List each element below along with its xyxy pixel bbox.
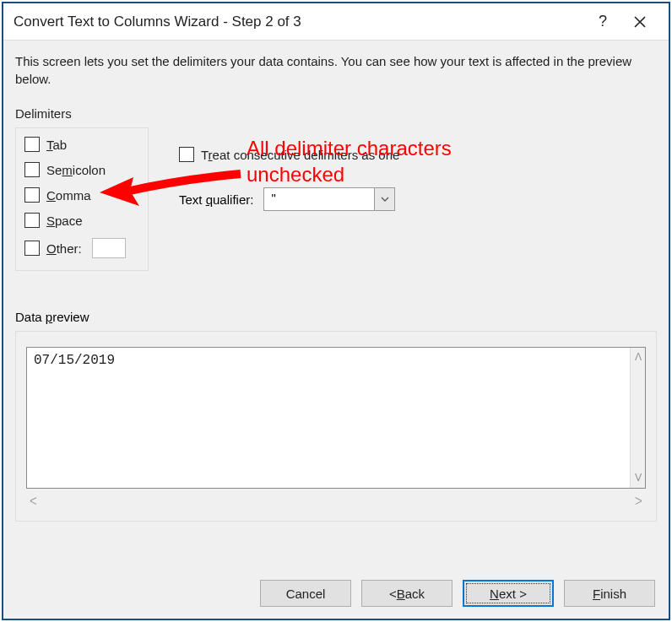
other-label: Other: bbox=[46, 241, 82, 256]
delimiters-group-label: Delimiters bbox=[15, 106, 657, 121]
preview-container: 07/15/2019 ᐱ ᐯ ᐸ ᐳ bbox=[15, 331, 657, 522]
text-qualifier-label: Text qualifier: bbox=[179, 192, 253, 207]
other-checkbox-row[interactable]: Other: bbox=[24, 238, 139, 258]
delimiters-box: Tab Semicolon Comma Space Other: bbox=[15, 127, 149, 271]
other-input[interactable] bbox=[92, 238, 126, 258]
finish-button[interactable]: Finish bbox=[564, 580, 655, 607]
help-button[interactable]: ? bbox=[584, 3, 621, 41]
scroll-right-icon: ᐳ bbox=[635, 495, 642, 507]
semicolon-checkbox[interactable] bbox=[24, 162, 40, 177]
text-qualifier-dropdown[interactable]: " bbox=[263, 187, 395, 211]
comma-label: Comma bbox=[46, 188, 91, 203]
right-options: Treat consecutive delimiters as one Text… bbox=[179, 147, 399, 211]
content-area: This screen lets you set the delimiters … bbox=[3, 41, 669, 530]
text-qualifier-value: " bbox=[264, 188, 374, 210]
tab-checkbox[interactable] bbox=[24, 137, 40, 152]
delimiters-group: Delimiters Tab Semicolon Comma Space bbox=[15, 106, 657, 271]
dropdown-button[interactable] bbox=[374, 188, 394, 210]
space-checkbox-row[interactable]: Space bbox=[24, 213, 139, 228]
close-icon bbox=[634, 16, 646, 28]
comma-checkbox[interactable] bbox=[24, 187, 40, 203]
treat-consecutive-checkbox[interactable] bbox=[179, 147, 194, 162]
data-preview-section: Data preview 07/15/2019 ᐱ ᐯ ᐸ ᐳ bbox=[15, 310, 657, 522]
description-text: This screen lets you set the delimiters … bbox=[15, 52, 657, 88]
data-preview-label: Data preview bbox=[15, 310, 657, 324]
button-row: Cancel < Back Next > Finish bbox=[260, 580, 655, 607]
dialog-title: Convert Text to Columns Wizard - Step 2 … bbox=[14, 14, 584, 30]
space-checkbox[interactable] bbox=[24, 213, 40, 228]
scroll-left-icon: ᐸ bbox=[30, 495, 37, 507]
preview-box: 07/15/2019 ᐱ ᐯ bbox=[26, 347, 646, 489]
preview-content: 07/15/2019 bbox=[34, 353, 115, 368]
wizard-dialog: Convert Text to Columns Wizard - Step 2 … bbox=[2, 2, 670, 620]
vertical-scrollbar[interactable]: ᐱ ᐯ bbox=[630, 348, 645, 488]
tab-checkbox-row[interactable]: Tab bbox=[24, 137, 139, 152]
titlebar: Convert Text to Columns Wizard - Step 2 … bbox=[3, 3, 669, 41]
tab-label: Tab bbox=[46, 138, 67, 152]
space-label: Space bbox=[46, 214, 83, 228]
semicolon-checkbox-row[interactable]: Semicolon bbox=[24, 162, 139, 177]
comma-checkbox-row[interactable]: Comma bbox=[24, 187, 139, 203]
chevron-down-icon bbox=[381, 197, 389, 202]
semicolon-label: Semicolon bbox=[46, 163, 106, 177]
scroll-down-icon: ᐯ bbox=[635, 472, 642, 484]
horizontal-scrollbar[interactable]: ᐸ ᐳ bbox=[26, 494, 646, 509]
text-qualifier-row: Text qualifier: " bbox=[179, 187, 399, 211]
treat-consecutive-row[interactable]: Treat consecutive delimiters as one bbox=[179, 147, 399, 162]
close-button[interactable] bbox=[621, 3, 658, 41]
scroll-up-icon: ᐱ bbox=[635, 351, 642, 364]
next-button[interactable]: Next > bbox=[463, 580, 554, 607]
treat-consecutive-label: Treat consecutive delimiters as one bbox=[201, 148, 399, 162]
back-button[interactable]: < Back bbox=[361, 580, 453, 607]
cancel-button[interactable]: Cancel bbox=[260, 580, 351, 607]
other-checkbox[interactable] bbox=[24, 241, 40, 256]
